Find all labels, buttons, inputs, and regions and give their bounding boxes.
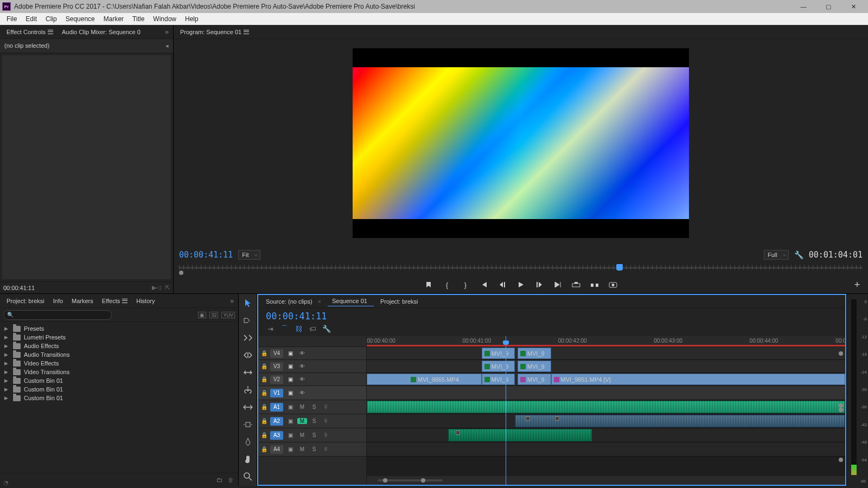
track-id[interactable]: A4 (270, 445, 283, 454)
maximize-button[interactable]: ▢ (816, 0, 841, 13)
sync-lock-icon[interactable]: ▣ (285, 418, 295, 424)
tab-effects[interactable]: Effects (98, 296, 132, 306)
lane-a3[interactable] (367, 428, 845, 442)
new-bin-icon[interactable]: 🗀 (216, 477, 222, 483)
effects-search-input[interactable]: 🔍 (3, 310, 112, 320)
solo-toggle[interactable]: S (309, 446, 319, 452)
lock-icon[interactable]: 🔒 (260, 432, 268, 438)
hamburger-icon[interactable] (122, 299, 127, 303)
snap-icon[interactable]: ⌒ (280, 324, 289, 333)
fx-badge-3-icon[interactable]: YUV (221, 312, 235, 318)
set-out-icon[interactable]: } (461, 280, 470, 289)
set-in-icon[interactable]: { (443, 280, 451, 289)
tab-audio-mixer[interactable]: Audio Clip Mixer: Sequence 0 (58, 27, 145, 37)
button-editor-icon[interactable]: + (853, 280, 861, 289)
program-timecode-current[interactable]: 00:00:41:11 (179, 250, 233, 260)
track-header-a3[interactable]: 🔒A3▣MS🎙 (258, 428, 366, 442)
track-id[interactable]: V2 (270, 375, 283, 384)
menu-help[interactable]: Help (181, 14, 203, 24)
lock-icon[interactable]: 🔒 (260, 446, 268, 452)
work-area-handle[interactable] (839, 351, 843, 356)
mic-icon[interactable]: 🎙 (321, 446, 331, 452)
zoom-tool-icon[interactable] (242, 471, 254, 483)
effect-controls-timecode[interactable]: 00:00:41:11 (3, 285, 35, 291)
step-back-icon[interactable] (498, 280, 507, 289)
sync-lock-icon[interactable]: ▣ (285, 432, 295, 438)
close-button[interactable]: ✕ (841, 0, 866, 13)
menu-window[interactable]: Window (149, 14, 181, 24)
hand-tool-icon[interactable] (242, 453, 254, 465)
tab-markers[interactable]: Markers (67, 296, 98, 306)
eye-icon[interactable]: 👁 (297, 350, 307, 356)
tree-item[interactable]: ▶Video Transitions (3, 368, 235, 376)
work-area-handle[interactable] (839, 403, 843, 408)
clip[interactable]: MVI_9 (518, 361, 551, 372)
video-frame[interactable] (353, 48, 689, 238)
lane-v2[interactable]: MVI_9865.MP4 MVI_9 MVI_9 MVI_9851.MP4 [V… (367, 373, 845, 386)
track-header-a1[interactable]: 🔒A1▣MS🎙 (258, 400, 366, 414)
tab-program[interactable]: Program: Sequence 01 (176, 27, 253, 37)
insert-mode-icon[interactable]: ⇥ (266, 324, 275, 333)
track-header-v1[interactable]: 🔒V1▣👁 (258, 386, 366, 400)
mute-toggle[interactable]: M (297, 446, 307, 452)
tree-item[interactable]: ▶Audio Effects (3, 342, 235, 350)
mark-in-icon[interactable] (424, 280, 433, 289)
lane-a4[interactable] (367, 442, 845, 457)
mic-icon[interactable]: 🎙 (321, 404, 331, 410)
clip[interactable]: MVI_9865.MP4 (367, 374, 482, 385)
solo-toggle[interactable]: S (309, 418, 319, 424)
lane-a1[interactable] (367, 400, 845, 414)
hamburger-icon[interactable] (48, 30, 53, 34)
menu-clip[interactable]: Clip (41, 14, 61, 24)
overflow-chevron-icon[interactable]: » (163, 28, 171, 36)
tree-item[interactable]: ▶Custom Bin 01 (3, 385, 235, 394)
track-id[interactable]: V4 (270, 349, 283, 358)
scrub-start-dot[interactable] (179, 271, 183, 275)
zoom-dropdown[interactable]: Fit (238, 250, 260, 260)
keyframe-icon[interactable] (526, 416, 530, 421)
lock-icon[interactable]: 🔒 (260, 350, 268, 356)
audio-clip[interactable] (515, 415, 845, 427)
overflow-chevron-icon[interactable]: » (228, 297, 236, 305)
work-area-handle[interactable] (839, 408, 843, 412)
tree-item[interactable]: ▶Custom Bin 01 (3, 376, 235, 385)
lock-icon[interactable]: 🔒 (260, 404, 268, 410)
tree-item[interactable]: ▶Lumetri Presets (3, 333, 235, 342)
export-icon[interactable]: ⇱ (165, 284, 170, 291)
tab-sequence[interactable]: Sequence 01 (328, 296, 374, 306)
rolling-edit-tool-icon[interactable] (242, 349, 254, 361)
program-scrub-bar[interactable] (174, 263, 868, 276)
marker-add-icon[interactable]: 🏷 (308, 324, 317, 333)
clip[interactable]: MVI_9 (482, 348, 515, 359)
mic-icon[interactable]: 🎙 (321, 418, 331, 424)
track-header-a4[interactable]: 🔒A4▣MS🎙 (258, 442, 366, 457)
lock-icon[interactable]: 🔒 (260, 390, 268, 396)
zoom-handle[interactable] (383, 478, 387, 483)
lock-icon[interactable]: 🔒 (260, 418, 268, 424)
lock-icon[interactable]: 🔒 (260, 363, 268, 369)
solo-toggle[interactable]: S (309, 404, 319, 410)
lock-icon[interactable]: 🔒 (260, 376, 268, 382)
go-to-out-icon[interactable] (553, 280, 562, 289)
scrub-playhead[interactable] (616, 264, 623, 271)
mute-toggle[interactable]: M (297, 432, 307, 438)
tab-info[interactable]: Info (49, 296, 67, 306)
track-header-v3[interactable]: 🔒V3▣👁 (258, 360, 366, 373)
tab-source[interactable]: Source: (no clips)× (261, 297, 326, 306)
ripple-edit-tool-icon[interactable] (242, 332, 254, 344)
work-area-handle[interactable] (839, 458, 843, 462)
tree-item[interactable]: ▶Video Effects (3, 359, 235, 368)
playhead-toggle-icon[interactable]: ◂ (165, 42, 169, 49)
timeline-ruler[interactable]: 00:00:40:00 00:00:41:00 00:00:42:00 00:0… (367, 336, 845, 347)
track-select-tool-icon[interactable] (242, 314, 254, 326)
step-forward-icon[interactable] (535, 280, 544, 289)
keyframe-icon[interactable] (555, 416, 559, 421)
tab-effect-controls[interactable]: Effect Controls (2, 27, 58, 37)
eye-icon[interactable]: 👁 (297, 390, 307, 396)
lane-v4[interactable]: MVI_9 MVI_9 (367, 347, 845, 360)
track-id[interactable]: V3 (270, 362, 283, 371)
sync-lock-icon[interactable]: ▣ (285, 376, 295, 382)
menu-marker[interactable]: Marker (99, 14, 128, 24)
track-header-v2[interactable]: 🔒V2▣👁 (258, 373, 366, 386)
lane-a2[interactable] (367, 414, 845, 428)
